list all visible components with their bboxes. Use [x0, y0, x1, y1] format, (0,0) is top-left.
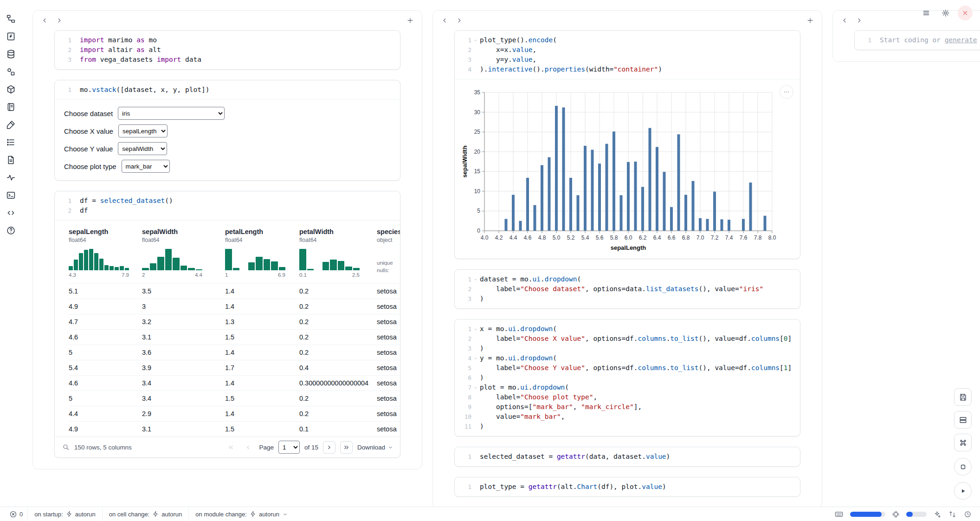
code-editor[interactable]: 1plot_type = getattr(alt.Chart(df), plot…: [455, 477, 800, 496]
runtime-setting-label: on module change:: [195, 511, 247, 518]
column-move-right-button[interactable]: [54, 15, 64, 26]
page-select[interactable]: 1: [278, 441, 300, 454]
runtime-swap-button[interactable]: [948, 509, 957, 519]
last-page-button[interactable]: [340, 441, 353, 454]
notebook-column-2: 1plot_type().encode(2 x=x.value,3 y=y.va…: [432, 10, 822, 508]
column-move-right-button[interactable]: [854, 15, 864, 26]
help-icon: [6, 226, 16, 235]
keyboard-icon: [834, 509, 844, 519]
ai-assistant-button[interactable]: [932, 509, 942, 519]
panel-scratchpad[interactable]: [5, 119, 17, 130]
table-cell: 2.9: [142, 406, 225, 421]
svg-text:4.4: 4.4: [509, 234, 517, 241]
row-count: 150 rows, 5 columns: [74, 444, 132, 451]
code-editor[interactable]: 1mo.vstack([dataset, x, y, plot]): [55, 80, 400, 99]
table-column-header[interactable]: sepalWidthfloat6424.4: [142, 228, 225, 278]
settings-button[interactable]: [938, 6, 953, 20]
panel-datasources[interactable]: [5, 48, 17, 60]
panel-help[interactable]: [5, 225, 17, 236]
table-search-button[interactable]: [61, 443, 71, 452]
column-move-left-button[interactable]: [39, 15, 50, 26]
panel-terminal[interactable]: [5, 189, 17, 201]
keyboard-shortcuts-button[interactable]: [954, 434, 972, 451]
first-page-button[interactable]: [225, 441, 237, 454]
panel-code-files[interactable]: [5, 31, 17, 42]
y-value-label: Choose Y value: [64, 145, 113, 153]
table-cell: setosa: [377, 391, 400, 406]
code-editor[interactable]: 1x = mo.ui.dropdown(2 label="Choose X va…: [455, 319, 800, 436]
chart-bar: [728, 220, 730, 231]
code-editor[interactable]: 1plot_type().encode(2 x=x.value,3 y=y.va…: [455, 31, 800, 79]
panel-variables[interactable]: [5, 66, 17, 78]
chart-bar: [505, 219, 508, 231]
play-icon: [959, 487, 967, 495]
shutdown-button[interactable]: [958, 6, 973, 20]
plot-type-select[interactable]: mark_bar: [122, 160, 170, 173]
column-range: 4.37.9: [69, 272, 129, 278]
panel-logs[interactable]: [5, 172, 17, 183]
table-cell: 1.5: [225, 391, 299, 406]
fold-indicator[interactable]: [471, 324, 480, 334]
code-editor[interactable]: 1dataset = mo.ui.dropdown(2 label="Choos…: [455, 270, 800, 308]
table-column-header[interactable]: petalWidthfloat640.12.5: [299, 228, 377, 278]
runtime-setting-1[interactable]: on startup:autorun: [27, 507, 102, 521]
table-column-header[interactable]: speciesobjectuniquenulls:: [377, 228, 400, 278]
dataset-select[interactable]: iris: [118, 107, 225, 120]
chart-menu-button[interactable]: [780, 85, 793, 99]
table-column-header[interactable]: sepalLengthfloat644.37.9: [69, 228, 142, 278]
app-view-button[interactable]: [954, 458, 972, 475]
runtime-setting-3[interactable]: on module change:autorun: [188, 507, 295, 521]
panel-packages[interactable]: [5, 84, 17, 95]
panel-file-explorer[interactable]: [5, 13, 17, 25]
chart-bar: [699, 218, 702, 231]
line-number: 4: [455, 65, 471, 74]
fold-indicator[interactable]: [471, 383, 480, 392]
add-cell-button[interactable]: [405, 15, 415, 26]
keyboard-status-button[interactable]: [833, 508, 845, 520]
chart-bar: [606, 144, 608, 231]
table-cell: 0.1: [299, 422, 377, 436]
download-button[interactable]: Download: [357, 444, 393, 451]
errors-indicator[interactable]: 0: [5, 510, 27, 518]
panel-documentation[interactable]: [5, 154, 17, 166]
command-icon: [959, 438, 967, 447]
table-cell: 0.2: [299, 299, 377, 314]
prev-page-button[interactable]: [242, 441, 254, 454]
panel-outline[interactable]: [5, 137, 17, 148]
fold-indicator[interactable]: [471, 274, 480, 284]
y-value-select[interactable]: sepalWidth: [118, 142, 167, 155]
column-move-left-button[interactable]: [439, 15, 450, 26]
fold-indicator[interactable]: [471, 353, 480, 363]
run-history-button[interactable]: [963, 509, 973, 519]
table-row: 4.42.91.40.2setosa: [69, 406, 400, 421]
panel-notebook[interactable]: [5, 101, 17, 113]
column-min: 2: [142, 272, 145, 278]
panel-snippets[interactable]: [5, 207, 17, 219]
column-move-right-button[interactable]: [454, 15, 464, 26]
cpu-status-button[interactable]: [891, 509, 901, 519]
add-cell-button[interactable]: [805, 15, 815, 26]
code-editor[interactable]: 1import marimo as mo2import altair as al…: [55, 31, 400, 69]
altair-bar-chart[interactable]: 051015202530354.04.24.44.64.85.05.25.45.…: [460, 87, 780, 254]
next-page-button[interactable]: [323, 441, 335, 454]
table-footer: 150 rows, 5 columnsPage1of 15Download: [55, 436, 400, 457]
runtime-setting-2[interactable]: on cell change:autorun: [102, 507, 189, 521]
x-value-select[interactable]: sepalLength: [118, 124, 168, 137]
column-move-left-button[interactable]: [839, 15, 850, 26]
code-editor[interactable]: 1df = selected_dataset()2df: [55, 191, 400, 220]
marimo-app: 1import marimo as mo2import altair as al…: [0, 0, 980, 521]
table-pagination: Page1of 15Download: [225, 441, 393, 454]
table-column-header[interactable]: petalLengthfloat6416.9: [225, 228, 299, 278]
chart-bar: [706, 219, 709, 231]
code-editor[interactable]: 1selected_dataset = getattr(data, datase…: [455, 447, 800, 466]
generate-with-ai-link[interactable]: generate: [945, 36, 977, 44]
table-cell: 1.5: [225, 330, 299, 345]
run-all-button[interactable]: [954, 482, 972, 500]
panel-layout-button[interactable]: [954, 411, 972, 429]
notebook-menu-button[interactable]: [919, 6, 934, 20]
save-button[interactable]: [954, 388, 972, 406]
svg-text:10: 10: [474, 188, 481, 195]
fold-indicator: [471, 363, 480, 373]
fold-indicator[interactable]: [471, 35, 480, 45]
code-editor[interactable]: 1Start coding or generate with AI: [855, 31, 980, 50]
